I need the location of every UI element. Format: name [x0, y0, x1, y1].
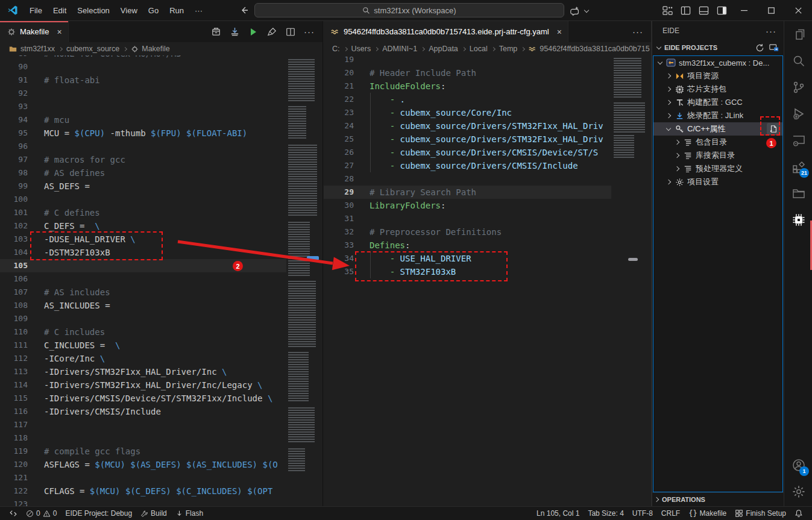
breadcrumb-item[interactable]: stm32f1xx: [8, 45, 55, 53]
status-finish-setup[interactable]: Finish Setup: [731, 507, 790, 520]
editor-line-98[interactable]: 98# AS defines: [0, 166, 323, 180]
back-icon[interactable]: [239, 5, 249, 15]
editor-line-20[interactable]: 20# Header Include Path: [324, 66, 651, 80]
editor-line-95[interactable]: 95MCU = $(CPU) -mthumb $(FPU) $(FLOAT-AB…: [0, 127, 323, 140]
editor-line-123[interactable]: 123: [0, 498, 323, 506]
tree-item-chip-support-package[interactable]: 芯片支持包: [653, 83, 782, 96]
status-indentation[interactable]: Tab Size: 4: [584, 507, 628, 520]
activity-settings-icon[interactable]: [784, 478, 812, 505]
editor-line-89[interactable]: 89# NONE for Cortex-M0/M0+/M3: [0, 55, 323, 60]
editor-line-119[interactable]: 119# compile gcc flags: [0, 445, 323, 458]
editor-line-122[interactable]: 122CFLAGS = $(MCU) $(C_DEFS) $(C_INCLUDE…: [0, 484, 323, 498]
import-project-icon[interactable]: [769, 43, 779, 52]
toggle-panel-icon[interactable]: [694, 4, 713, 18]
editor-line-116[interactable]: 116-IDrivers/CMSIS/Include: [0, 405, 323, 418]
menu-edit[interactable]: Edit: [48, 4, 72, 17]
menu-selection[interactable]: Selection: [72, 4, 115, 17]
eide-flash-download-icon[interactable]: [227, 25, 242, 39]
more-actions-icon[interactable]: ···: [631, 25, 645, 39]
activity-folder-view-icon[interactable]: [784, 180, 812, 207]
editor-line-26[interactable]: 26 - cubemx_source/Drivers/CMSIS/Device/…: [324, 146, 651, 159]
editor-line-111[interactable]: 111C_INCLUDES = \: [0, 339, 323, 352]
breadcrumb-item[interactable]: Local: [470, 45, 488, 53]
editor-line-117[interactable]: 117: [0, 418, 323, 431]
editor-line-19[interactable]: 19: [324, 55, 651, 66]
sash-drag-handle[interactable]: [628, 258, 638, 261]
editor-line-100[interactable]: 100: [0, 193, 323, 206]
breadcrumb-item[interactable]: Temp: [499, 45, 518, 53]
menu-[interactable]: ···: [189, 4, 208, 17]
status-build-action[interactable]: Build: [136, 507, 171, 520]
editor-line-118[interactable]: 118: [0, 431, 323, 445]
breadcrumb-item[interactable]: AppData: [429, 45, 458, 53]
editor-line-99[interactable]: 99AS_DEFS =: [0, 180, 323, 193]
activity-run-debug-icon[interactable]: [784, 101, 812, 127]
status-language-mode[interactable]: {}Makefile: [684, 507, 731, 520]
minimize-button[interactable]: [731, 0, 758, 21]
editor-line-110[interactable]: 110# C includes: [0, 325, 323, 339]
status-problems[interactable]: 00: [22, 507, 61, 520]
menu-file[interactable]: File: [24, 4, 48, 17]
editor-makefile[interactable]: 89# NONE for Cortex-M0/M0+/M39091# float…: [0, 55, 323, 506]
editor-line-29[interactable]: 29# Library Search Path: [324, 186, 651, 199]
run-icon[interactable]: [246, 25, 260, 39]
editor-line-21[interactable]: 21IncludeFolders:: [324, 80, 651, 93]
editor-line-33[interactable]: 33Defines:: [324, 239, 651, 252]
breadcrumb-item[interactable]: 95462f4ffdb3da3811ca0db0b715: [529, 45, 649, 53]
editor-line-92[interactable]: 92: [0, 87, 323, 100]
toggle-primary-sidebar-icon[interactable]: [676, 4, 694, 18]
eide-build-icon[interactable]: [209, 25, 223, 39]
breadcrumb-item[interactable]: C:: [332, 45, 340, 53]
editor-line-90[interactable]: 90: [0, 60, 323, 74]
minimap-left[interactable]: [286, 55, 321, 506]
menu-run[interactable]: Run: [164, 4, 189, 17]
tree-item-include-dirs[interactable]: 包含目录: [653, 136, 782, 149]
tree-item-project-resources[interactable]: 项目资源: [653, 69, 782, 83]
editor-line-23[interactable]: 23 - cubemx_source/Core/Inc: [324, 106, 651, 119]
editor-line-25[interactable]: 25 - cubemx_source/Drivers/STM32F1xx_HAL…: [324, 133, 651, 146]
editor-line-32[interactable]: 32# Preprocessor Definitions: [324, 225, 651, 239]
editor-line-106[interactable]: 106: [0, 272, 323, 286]
editor-line-27[interactable]: 27 - cubemx_source/Drivers/CMSIS/Include: [324, 159, 651, 172]
editor-line-97[interactable]: 97# macros for gcc: [0, 153, 323, 166]
activity-source-control-icon[interactable]: [784, 74, 812, 101]
status-eide-project[interactable]: EIDE Project: Debug: [61, 507, 136, 520]
editor-line-109[interactable]: 109: [0, 312, 323, 325]
status-notifications[interactable]: [790, 507, 807, 520]
activity-search-icon[interactable]: [784, 48, 812, 74]
editor-line-115[interactable]: 115-IDrivers/CMSIS/Device/ST/STM32F1xx/I…: [0, 392, 323, 405]
status-cursor-position[interactable]: Ln 105, Col 1: [532, 507, 584, 520]
status-encoding[interactable]: UTF-8: [628, 507, 657, 520]
editor-line-102[interactable]: 102C_DEFS = \: [0, 219, 323, 233]
activity-explorer-icon[interactable]: [784, 21, 812, 48]
sidebar-more-icon[interactable]: ···: [766, 26, 776, 36]
activity-eide-icon[interactable]: [784, 207, 812, 233]
editor-line-94[interactable]: 94# mcu: [0, 113, 323, 127]
activity-accounts-icon[interactable]: 1: [784, 452, 812, 478]
clean-icon[interactable]: [265, 25, 279, 39]
editor-line-113[interactable]: 113-IDrivers/STM32F1xx_HAL_Driver/Inc \: [0, 365, 323, 378]
breadcrumb-item[interactable]: ADMINI~1: [382, 45, 417, 53]
minimap-right[interactable]: [611, 55, 647, 506]
editor-line-30[interactable]: 30LibraryFolders:: [324, 199, 651, 212]
copilot-menu[interactable]: [570, 5, 592, 16]
editor-line-31[interactable]: 31: [324, 212, 651, 225]
editor-line-108[interactable]: 108AS_INCLUDES =: [0, 299, 323, 312]
editor-line-91[interactable]: 91# float-abi: [0, 74, 323, 87]
tab-yaml-config[interactable]: 95462f4ffdb3da3811ca0db0b7157413.eide.pr…: [324, 21, 568, 42]
editor-line-101[interactable]: 101# C defines: [0, 206, 323, 219]
editor-line-28[interactable]: 28: [324, 172, 651, 186]
customize-layout-icon[interactable]: [658, 4, 676, 18]
editor-line-121[interactable]: 121: [0, 471, 323, 484]
refresh-icon[interactable]: [755, 43, 764, 52]
tree-item-lib-search-dirs[interactable]: 库搜索目录: [653, 149, 782, 162]
menu-view[interactable]: View: [115, 4, 143, 17]
menu-go[interactable]: Go: [143, 4, 164, 17]
editor-line-24[interactable]: 24 - cubemx_source/Drivers/STM32F1xx_HAL…: [324, 119, 651, 133]
minimap-slider[interactable]: [307, 256, 319, 260]
editor-line-22[interactable]: 22 - .: [324, 93, 651, 106]
breadcrumb-left[interactable]: stm32f1xxcubemx_sourceMakefile: [0, 42, 323, 55]
status-flash-action[interactable]: Flash: [171, 507, 207, 520]
more-actions-icon[interactable]: ···: [302, 25, 316, 39]
toggle-secondary-sidebar-icon[interactable]: [713, 4, 731, 18]
